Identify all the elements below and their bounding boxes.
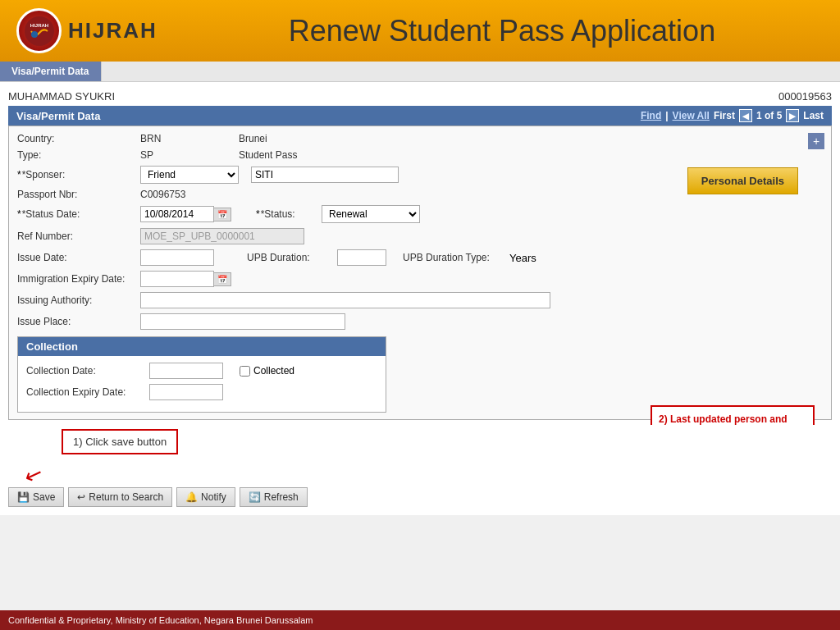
status-select[interactable]: Renewal New Extension Cancelled bbox=[322, 205, 420, 223]
type-name: Student Pass bbox=[239, 149, 297, 161]
svg-point-0 bbox=[25, 16, 54, 46]
view-all-link[interactable]: View All bbox=[673, 110, 710, 121]
upb-duration-type-label: UPB Duration Type: bbox=[403, 252, 509, 263]
status-label: *Status: bbox=[256, 208, 322, 220]
collection-date-input[interactable] bbox=[149, 363, 223, 379]
toolbar: 💾 Save ↩ Return to Search 🔔 Notify 🔄 Ref… bbox=[8, 487, 308, 507]
collection-section: Collection Collection Date: Collected Co… bbox=[17, 336, 386, 413]
personal-details-button[interactable]: Personal Details bbox=[687, 167, 798, 194]
add-record-button[interactable]: + bbox=[808, 133, 824, 149]
save-icon: 💾 bbox=[17, 491, 30, 503]
footer: Confidential & Proprietary, Ministry of … bbox=[0, 610, 840, 630]
notify-button[interactable]: 🔔 Notify bbox=[176, 487, 235, 507]
sponsor-name-input[interactable] bbox=[251, 167, 399, 183]
status-date-row: *Status Date: 📅 *Status: Renewal New Ext… bbox=[17, 205, 823, 223]
collection-date-row: Collection Date: Collected bbox=[26, 363, 377, 379]
issue-date-label: Issue Date: bbox=[17, 252, 140, 263]
immigration-expiry-wrap: 📅 bbox=[140, 271, 231, 287]
header: HIJRAH HIJRAH Renew Student Pass Applica… bbox=[0, 0, 840, 62]
save-label: Save bbox=[33, 491, 55, 503]
page-title: Renew Student Pass Application bbox=[180, 14, 824, 48]
ref-number-row: Ref Number: bbox=[17, 228, 823, 244]
issue-place-label: Issue Place: bbox=[17, 316, 140, 327]
callout1-arrow: ↙ bbox=[21, 459, 46, 490]
nav-tab-bar: Visa/Permit Data bbox=[0, 62, 840, 82]
status-date-calendar-icon[interactable]: 📅 bbox=[214, 208, 231, 221]
student-info-row: MUHAMMAD SYUKRI 000019563 bbox=[8, 87, 832, 106]
content: MUHAMMAD SYUKRI 000019563 Visa/Permit Da… bbox=[0, 82, 840, 425]
sponsor-select[interactable]: Friend Family Self Government bbox=[140, 166, 239, 184]
issuing-authority-row: Issuing Authority: bbox=[17, 292, 823, 308]
save-button[interactable]: 💾 Save bbox=[8, 487, 64, 507]
issuing-authority-label: Issuing Authority: bbox=[17, 294, 140, 306]
immigration-expiry-label: Immigration Expiry Date: bbox=[17, 273, 140, 285]
type-label: Type: bbox=[17, 149, 140, 161]
upb-duration-type-value: Years bbox=[509, 252, 536, 264]
collected-checkbox[interactable] bbox=[240, 366, 250, 377]
next-btn[interactable]: ▶ bbox=[786, 109, 799, 122]
form-area: + Country: BRN Brunei Type: SP Student P… bbox=[8, 126, 832, 420]
notify-icon: 🔔 bbox=[185, 491, 198, 503]
country-row: Country: BRN Brunei bbox=[17, 133, 823, 144]
return-icon: ↩ bbox=[77, 491, 85, 503]
immigration-expiry-row: Immigration Expiry Date: 📅 bbox=[17, 271, 823, 287]
last-label: Last bbox=[803, 110, 824, 121]
type-row: Type: SP Student Pass bbox=[17, 149, 823, 161]
find-link[interactable]: Find bbox=[641, 110, 661, 121]
callout-1: 1) Click save button bbox=[62, 429, 178, 454]
collection-date-label: Collection Date: bbox=[26, 365, 149, 377]
section-nav: Find | View All First ◀ 1 of 5 ▶ Last bbox=[641, 109, 824, 122]
refresh-label: Refresh bbox=[264, 491, 299, 503]
status-date-wrap: 📅 bbox=[140, 206, 231, 222]
passport-label: Passport Nbr: bbox=[17, 189, 140, 200]
status-date-input[interactable] bbox=[140, 206, 214, 222]
refresh-icon: 🔄 bbox=[249, 491, 261, 503]
logo-icon: HIJRAH bbox=[16, 8, 62, 53]
collection-expiry-row: Collection Expiry Date: bbox=[26, 384, 377, 400]
upb-duration-label: UPB Duration: bbox=[247, 252, 337, 263]
record-info: 1 of 5 bbox=[756, 110, 782, 121]
ref-number-label: Ref Number: bbox=[17, 231, 140, 242]
section-title: Visa/Permit Data bbox=[16, 110, 100, 122]
collection-expiry-input[interactable] bbox=[149, 384, 223, 400]
section-header: Visa/Permit Data Find | View All First ◀… bbox=[8, 106, 832, 126]
issuing-authority-input[interactable] bbox=[140, 292, 550, 308]
refresh-button[interactable]: 🔄 Refresh bbox=[240, 487, 308, 507]
collection-body: Collection Date: Collected Collection Ex… bbox=[18, 356, 386, 412]
visa-permit-tab[interactable]: Visa/Permit Data bbox=[0, 62, 102, 81]
issue-place-input[interactable] bbox=[140, 313, 345, 330]
upb-duration-input[interactable] bbox=[337, 249, 386, 266]
student-id: 000019563 bbox=[778, 90, 832, 103]
prev-btn[interactable]: ◀ bbox=[739, 109, 752, 122]
type-code: SP bbox=[140, 149, 239, 161]
logo-area: HIJRAH HIJRAH bbox=[16, 8, 180, 53]
sponsor-label: *Sponser: bbox=[17, 169, 140, 180]
return-label: Return to Search bbox=[89, 491, 163, 503]
svg-text:HIJRAH: HIJRAH bbox=[30, 23, 48, 28]
notify-label: Notify bbox=[201, 491, 226, 503]
country-label: Country: bbox=[17, 133, 140, 144]
student-name: MUHAMMAD SYUKRI bbox=[8, 90, 115, 103]
status-date-label: *Status Date: bbox=[17, 208, 140, 220]
immigration-expiry-calendar-icon[interactable]: 📅 bbox=[214, 272, 231, 286]
issue-place-row: Issue Place: bbox=[17, 313, 823, 330]
issue-date-input[interactable] bbox=[140, 249, 214, 266]
logo-text: HIJRAH bbox=[68, 18, 158, 43]
return-to-search-button[interactable]: ↩ Return to Search bbox=[68, 487, 172, 507]
first-label: First bbox=[714, 110, 735, 121]
country-code: BRN bbox=[140, 133, 239, 144]
immigration-expiry-input[interactable] bbox=[140, 271, 214, 287]
issue-date-row: Issue Date: UPB Duration: UPB Duration T… bbox=[17, 249, 823, 266]
collected-label: Collected bbox=[240, 365, 294, 377]
bottom-area: 1) Click save button ↙ 💾 Save ↩ Return t… bbox=[0, 425, 840, 515]
collection-header: Collection bbox=[18, 337, 386, 356]
ref-number-input bbox=[140, 228, 304, 244]
passport-value: C0096753 bbox=[140, 189, 185, 200]
page-title-area: Renew Student Pass Application bbox=[180, 14, 824, 48]
collection-expiry-label: Collection Expiry Date: bbox=[26, 386, 149, 398]
country-name: Brunei bbox=[239, 133, 267, 144]
footer-text: Confidential & Proprietary, Ministry of … bbox=[8, 615, 313, 625]
